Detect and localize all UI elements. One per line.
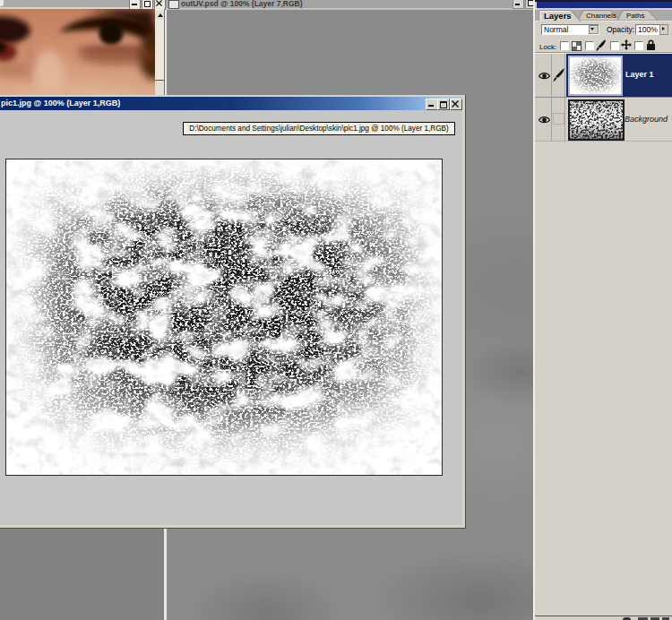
svg-text:Channels: Channels bbox=[586, 12, 616, 20]
svg-text:Layers: Layers bbox=[544, 11, 572, 21]
svg-text:Paths: Paths bbox=[626, 12, 644, 20]
